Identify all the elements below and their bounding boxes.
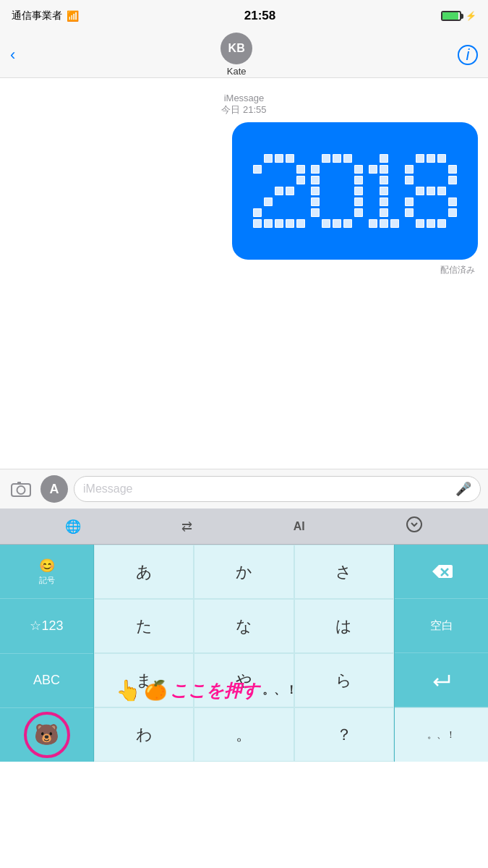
digit-8 (405, 154, 457, 228)
apps-button[interactable]: A (40, 475, 68, 503)
return-key[interactable] (395, 653, 488, 707)
keyboard-left-col: 😊 記号 ☆123 ABC 🐻 (0, 545, 94, 762)
overlay-text: ここを押す (170, 679, 260, 702)
key-a[interactable]: あ (94, 545, 194, 599)
bolt-icon: ⚡ (466, 11, 476, 21)
key-period[interactable]: 。 (194, 707, 294, 762)
collapse-button[interactable] (397, 511, 432, 541)
back-button[interactable]: ‹ (10, 46, 15, 64)
svg-point-1 (17, 486, 25, 494)
status-time: 21:58 (244, 9, 275, 23)
digit-2 (253, 154, 305, 228)
key-ha[interactable]: は (294, 599, 394, 653)
key-sa[interactable]: さ (294, 545, 394, 599)
message-placeholder: iMessage (83, 482, 455, 495)
battery-icon (441, 11, 461, 21)
year-2018-display (253, 154, 457, 228)
bear-emoji-circle: 🐻 (24, 712, 70, 758)
message-row (10, 122, 478, 260)
svg-point-3 (407, 517, 421, 532)
keyboard-right-col: 空白 。、！ (394, 545, 488, 762)
svg-rect-2 (17, 482, 21, 485)
message-bubble (232, 122, 478, 260)
wifi-icon: 📶 (67, 10, 79, 22)
carrier-label: 通信事業者 (12, 9, 62, 22)
nav-center: KB Kate (221, 33, 252, 77)
key-question[interactable]: ？ (294, 707, 394, 762)
delete-key[interactable] (395, 545, 488, 599)
digit-1 (369, 154, 399, 228)
switch-button[interactable]: ⇄ (173, 514, 201, 539)
overlay-annotation: 👆 🍊 ここを押す 。、！ (116, 678, 297, 702)
key-ra[interactable]: ら (294, 653, 394, 707)
key-wa[interactable]: わ (94, 707, 194, 762)
chat-area: iMessage 今日 21:55 (0, 78, 488, 469)
mic-icon: 🎤 (455, 481, 471, 497)
globe-button[interactable]: 🌐 (56, 514, 90, 539)
status-bar: 通信事業者 📶 21:58 ⚡ (0, 0, 488, 32)
bear-emoji-key[interactable]: 🐻 (0, 708, 93, 762)
key-ka[interactable]: か (194, 545, 294, 599)
key-ta[interactable]: た (94, 599, 194, 653)
finger-emoji: 👆 (116, 678, 141, 702)
keyboard-toolbar: 🌐 ⇄ AI (0, 509, 488, 545)
keyboard: 😊 記号 ☆123 ABC 🐻 あ か さ た な は ま や ら わ (0, 545, 488, 762)
punctuation-hint: 。、！ (262, 683, 297, 698)
imessage-header: iMessage 今日 21:55 (10, 93, 478, 116)
input-bar: A iMessage 🎤 (0, 469, 488, 509)
abc-key[interactable]: ABC (0, 654, 93, 708)
num-key[interactable]: ☆123 (0, 599, 93, 653)
contact-avatar[interactable]: KB (221, 33, 252, 64)
digit-0 (311, 154, 363, 228)
message-input[interactable]: iMessage 🎤 (74, 476, 481, 502)
ai-button[interactable]: AI (285, 516, 314, 537)
status-left: 通信事業者 📶 (12, 9, 79, 22)
emoji-key[interactable]: 😊 記号 (0, 545, 93, 599)
contact-name: Kate (227, 66, 247, 77)
delivered-label: 配信済み (10, 264, 475, 276)
space-key[interactable]: 空白 (395, 599, 488, 653)
orange-emoji: 🍊 (144, 679, 167, 702)
status-right: ⚡ (441, 11, 476, 21)
punctuation-key[interactable]: 。、！ (395, 707, 488, 762)
nav-bar: ‹ KB Kate i (0, 32, 488, 78)
camera-button[interactable] (7, 475, 35, 503)
info-button[interactable]: i (458, 45, 478, 65)
key-na[interactable]: な (194, 599, 294, 653)
keyboard-main: あ か さ た な は ま や ら わ 。 ？ (94, 545, 394, 762)
